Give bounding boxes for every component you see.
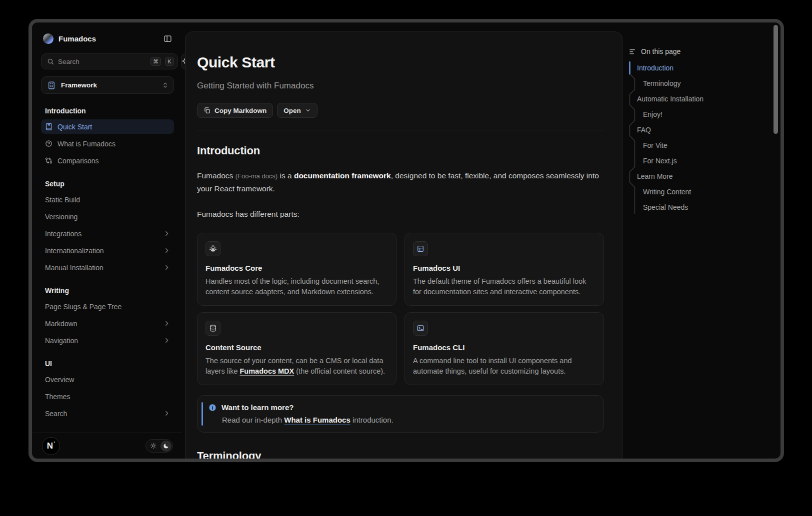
card-title: Fumadocs Core: [206, 264, 388, 272]
framework-selector-value: Framework: [61, 81, 158, 89]
toc-item-writing-content[interactable]: Writing Content: [629, 184, 749, 200]
sidebar-item-themes[interactable]: Themes: [41, 389, 174, 404]
open-label: Open: [284, 107, 301, 114]
sidebar-collapse-button[interactable]: [164, 34, 172, 43]
fumadocs-mdx-link[interactable]: Fumadocs MDX: [240, 367, 294, 375]
sun-icon[interactable]: [150, 443, 156, 449]
sidebar-item-comparisons[interactable]: Comparisons: [41, 153, 174, 168]
copy-markdown-label: Copy Markdown: [214, 107, 266, 114]
card-description-post: (the official content source).: [294, 367, 385, 375]
chevron-right-icon: [164, 230, 170, 237]
avatar-tick: ’: [54, 441, 55, 447]
callout-accent-bar: [202, 402, 203, 426]
building-icon: [46, 80, 56, 90]
feature-cards: Fumadocs Core Handles most of the logic,…: [197, 233, 604, 385]
sidebar-item-label: Manual Installation: [45, 264, 104, 272]
open-menu-button[interactable]: Open: [277, 103, 318, 118]
terminal-icon: [413, 321, 428, 336]
callout-body-pre: Read our in-depth: [222, 416, 284, 424]
nav-section-writing: Writing: [41, 287, 174, 295]
toc-item-terminology[interactable]: Terminology: [629, 76, 749, 91]
page-toolbar: Copy Markdown Open: [197, 103, 604, 118]
kbd-command: ⌘: [150, 57, 161, 66]
toc-item-special-needs[interactable]: Special Needs: [629, 200, 749, 215]
card-title: Fumadocs UI: [413, 264, 596, 272]
nextjs-avatar[interactable]: N’: [42, 437, 60, 455]
sidebar-item-integrations[interactable]: Integrations: [41, 226, 174, 241]
nav-section-ui: UI: [41, 360, 174, 368]
card-title: Fumadocs CLI: [413, 343, 596, 352]
book-marked-icon: [45, 123, 52, 130]
copy-markdown-button[interactable]: Copy Markdown: [197, 103, 273, 118]
sidebar-item-label: Navigation: [45, 337, 78, 345]
card-fumadocs-core[interactable]: Fumadocs Core Handles most of the logic,…: [197, 233, 396, 306]
card-fumadocs-cli[interactable]: Fumadocs CLI A command line tool to inst…: [404, 312, 604, 385]
sidebar-item-markdown[interactable]: Markdown: [41, 316, 174, 331]
search-box[interactable]: ⌘ K: [41, 53, 178, 69]
framework-selector[interactable]: Framework: [41, 76, 174, 94]
database-icon: [206, 321, 220, 336]
scrollbar-thumb[interactable]: [774, 25, 778, 134]
what-is-fumadocs-link[interactable]: What is Fumadocs: [284, 416, 350, 424]
sidebar-item-label: What is Fumadocs: [58, 140, 116, 148]
sidebar-item-label: Versioning: [45, 213, 78, 221]
toc-item-faq[interactable]: FAQ: [629, 122, 749, 138]
git-compare-icon: [45, 157, 52, 164]
sidebar-footer: N’: [32, 433, 182, 459]
sidebar-item-versioning[interactable]: Versioning: [41, 209, 174, 224]
sidebar-item-label: Internationalization: [45, 247, 104, 255]
brand-name: Fumadocs: [58, 34, 96, 43]
sidebar-item-navigation[interactable]: Navigation: [41, 333, 174, 348]
page-subtitle: Getting Started with Fumadocs: [197, 81, 604, 91]
sidebar-item-static-build[interactable]: Static Build: [41, 192, 174, 207]
moon-icon[interactable]: [160, 441, 172, 452]
card-fumadocs-ui[interactable]: Fumadocs UI The default theme of Fumadoc…: [404, 233, 604, 306]
intro-paragraph: Fumadocs (Foo-ma docs) is a documentatio…: [197, 169, 604, 196]
kbd-k: K: [165, 57, 174, 66]
align-left-icon: [629, 48, 636, 55]
toc-item-automatic-installation[interactable]: Automatic Installation: [629, 91, 749, 107]
card-description: The source of your content, can be a CMS…: [206, 356, 388, 377]
app-window: Fumadocs ⌘ K: [28, 19, 784, 462]
toc-item-enjoy[interactable]: Enjoy!: [629, 107, 749, 122]
sidebar-item-label: Integrations: [45, 230, 82, 238]
toc-header: On this page: [629, 47, 749, 55]
sidebar-item-manual-installation[interactable]: Manual Installation: [41, 260, 174, 275]
sidebar-nav: Introduction Quick Start What is Fumadoc…: [32, 94, 182, 433]
toc-item-learn-more[interactable]: Learn More: [629, 169, 749, 184]
intro-pronunciation: (Foo-ma docs): [236, 172, 278, 180]
toc-item-introduction[interactable]: Introduction: [629, 60, 749, 76]
sidebar-item-overview[interactable]: Overview: [41, 372, 174, 387]
copy-icon: [204, 107, 210, 114]
heading-introduction: Introduction: [197, 144, 604, 157]
sidebar-header: Fumadocs: [32, 31, 182, 45]
layout-panel-icon: [413, 241, 428, 256]
main-content-panel: Quick Start Getting Started with Fumadoc…: [185, 31, 622, 459]
card-content-source[interactable]: Content Source The source of your conten…: [197, 312, 396, 385]
search-input[interactable]: [58, 58, 146, 65]
callout-header: Want to learn more?: [208, 403, 594, 412]
sidebar-item-search[interactable]: Search: [41, 406, 174, 421]
info-callout: Want to learn more? Read our in-depth Wh…: [197, 395, 604, 433]
brand: Fumadocs: [43, 33, 96, 44]
panel-left-icon: [164, 34, 172, 43]
search-icon: [47, 58, 54, 65]
callout-title: Want to learn more?: [222, 403, 294, 412]
sidebar-item-what-is-fumadocs[interactable]: What is Fumadocs: [41, 136, 174, 151]
sidebar-item-quick-start[interactable]: Quick Start: [41, 119, 174, 134]
theme-toggle[interactable]: [146, 439, 173, 453]
sidebar-item-label: Overview: [45, 376, 74, 384]
parts-paragraph: Fumadocs has different parts:: [197, 208, 604, 221]
chevron-right-icon: [164, 320, 170, 327]
sidebar-item-internationalization[interactable]: Internationalization: [41, 243, 174, 258]
toc-item-for-nextjs[interactable]: For Next.js: [629, 153, 749, 169]
fumadocs-logo: [43, 33, 54, 44]
sidebar-item-label: Quick Start: [58, 123, 92, 131]
circle-help-icon: [45, 140, 52, 147]
sidebar-item-label: Markdown: [45, 320, 78, 328]
sidebar-item-page-slugs[interactable]: Page Slugs & Page Tree: [41, 299, 174, 314]
article: Quick Start Getting Started with Fumadoc…: [186, 32, 622, 459]
toc-item-for-vite[interactable]: For Vite: [629, 138, 749, 153]
nav-section-setup: Setup: [41, 180, 174, 188]
search-row: ⌘ K: [41, 53, 174, 69]
